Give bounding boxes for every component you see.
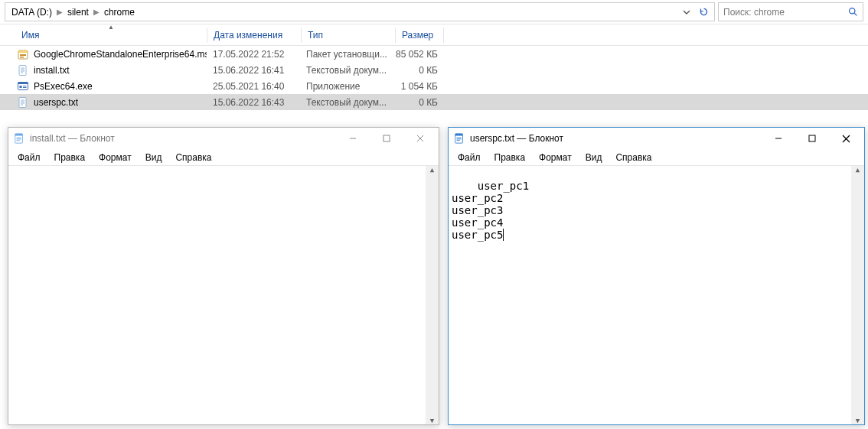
file-type: Текстовый докум...	[300, 65, 393, 76]
maximize-button[interactable]	[795, 128, 829, 149]
file-size: 1 054 КБ	[393, 81, 441, 92]
menubar: Файл Правка Формат Вид Справка	[449, 149, 864, 166]
chevron-right-icon: ▶	[55, 8, 64, 16]
menu-edit[interactable]: Правка	[48, 151, 92, 164]
svg-rect-5	[20, 57, 24, 58]
file-icon	[17, 80, 29, 93]
scrollbar-vertical[interactable]: ▲▼	[426, 166, 439, 424]
text-area[interactable]: ▲▼	[8, 166, 439, 424]
menu-file[interactable]: Файл	[452, 151, 487, 164]
file-name: GoogleChromeStandaloneEnterprise64.msi	[34, 49, 207, 60]
file-type: Приложение	[300, 81, 393, 92]
file-date: 15.06.2022 16:41	[207, 65, 300, 76]
svg-point-0	[850, 8, 855, 14]
menu-file[interactable]: Файл	[11, 151, 47, 164]
menubar: Файл Правка Формат Вид Справка	[8, 149, 439, 166]
maximize-button[interactable]	[370, 128, 403, 149]
minimize-button[interactable]	[762, 128, 795, 149]
file-date: 17.05.2022 21:52	[207, 49, 300, 60]
file-type: Текстовый докум...	[300, 97, 393, 108]
file-name: userspc.txt	[34, 97, 78, 108]
search-icon	[848, 7, 858, 17]
text-area[interactable]: user_pc1 user_pc2 user_pc3 user_pc4 user…	[449, 166, 864, 424]
sort-ascending-icon: ▲	[108, 24, 114, 31]
file-row[interactable]: install.txt15.06.2022 16:41Текстовый док…	[0, 62, 868, 78]
window-title: userspc.txt — Блокнот	[470, 133, 762, 144]
titlebar[interactable]: install.txt — Блокнот	[8, 128, 439, 149]
svg-rect-16	[19, 97, 26, 107]
file-size: 85 052 КБ	[393, 49, 441, 60]
menu-help[interactable]: Справка	[609, 151, 658, 164]
svg-rect-27	[383, 135, 390, 141]
minimize-button[interactable]	[336, 128, 370, 149]
notepad-icon	[453, 132, 465, 145]
file-size: 0 КБ	[393, 97, 441, 108]
svg-rect-13	[20, 86, 22, 88]
file-row[interactable]: GoogleChromeStandaloneEnterprise64.msi17…	[0, 46, 868, 62]
file-date: 15.06.2022 16:43	[207, 97, 300, 108]
search-placeholder: Поиск: chrome	[723, 7, 848, 18]
notepad-icon	[13, 132, 25, 145]
search-input[interactable]: Поиск: chrome	[718, 2, 863, 21]
column-headers: ▲ Имя Дата изменения Тип Размер	[0, 24, 868, 46]
file-row[interactable]: PsExec64.exe25.05.2021 16:40Приложение1 …	[0, 78, 868, 94]
svg-rect-14	[23, 86, 27, 86]
file-name: install.txt	[34, 65, 70, 76]
address-bar[interactable]: DATA (D:) ▶ silent ▶ chrome	[5, 2, 715, 21]
explorer-toolbar: DATA (D:) ▶ silent ▶ chrome Поиск: chrom…	[0, 0, 868, 24]
menu-edit[interactable]: Правка	[488, 151, 532, 164]
breadcrumb-item[interactable]: chrome	[101, 5, 138, 19]
text-caret	[503, 229, 504, 241]
menu-view[interactable]: Вид	[579, 151, 609, 164]
svg-line-1	[854, 13, 857, 15]
window-title: install.txt — Блокнот	[30, 133, 336, 144]
file-icon	[17, 64, 29, 76]
close-button[interactable]	[403, 128, 437, 149]
file-list: GoogleChromeStandaloneEnterprise64.msi17…	[0, 46, 868, 110]
chevron-right-icon: ▶	[92, 8, 101, 16]
file-icon	[17, 48, 29, 60]
file-icon	[17, 96, 29, 109]
menu-view[interactable]: Вид	[139, 151, 168, 164]
svg-rect-6	[19, 65, 26, 75]
svg-rect-36	[809, 135, 815, 141]
column-header-date[interactable]: Дата изменения	[207, 25, 301, 45]
svg-rect-15	[23, 87, 27, 88]
column-header-size[interactable]: Размер	[396, 25, 443, 45]
file-date: 25.05.2021 16:40	[207, 81, 300, 92]
scrollbar-vertical[interactable]: ▲▼	[851, 166, 864, 424]
titlebar[interactable]: userspc.txt — Блокнот	[449, 128, 864, 149]
history-dropdown-button[interactable]	[679, 5, 694, 20]
file-size: 0 КБ	[393, 65, 441, 76]
close-button[interactable]	[829, 128, 863, 149]
column-header-name[interactable]: ▲ Имя	[15, 25, 207, 45]
file-type: Пакет установщи...	[300, 49, 393, 60]
notepad-window-install[interactable]: install.txt — Блокнот Файл Правка Формат…	[8, 127, 439, 425]
file-name: PsExec64.exe	[34, 81, 93, 92]
menu-format[interactable]: Формат	[533, 151, 578, 164]
breadcrumb-item[interactable]: DATA (D:)	[8, 5, 55, 19]
menu-format[interactable]: Формат	[93, 151, 138, 164]
svg-rect-31	[455, 134, 463, 136]
breadcrumb-item[interactable]: silent	[64, 5, 92, 19]
svg-rect-3	[18, 50, 28, 53]
refresh-button[interactable]	[696, 5, 711, 20]
menu-help[interactable]: Справка	[169, 151, 217, 164]
svg-rect-12	[18, 82, 28, 84]
notepad-window-userspc[interactable]: userspc.txt — Блокнот Файл Правка Формат…	[448, 127, 865, 425]
svg-rect-22	[15, 134, 23, 136]
column-header-type[interactable]: Тип	[302, 25, 395, 45]
svg-rect-4	[20, 54, 26, 56]
file-row[interactable]: userspc.txt15.06.2022 16:43Текстовый док…	[0, 94, 868, 110]
